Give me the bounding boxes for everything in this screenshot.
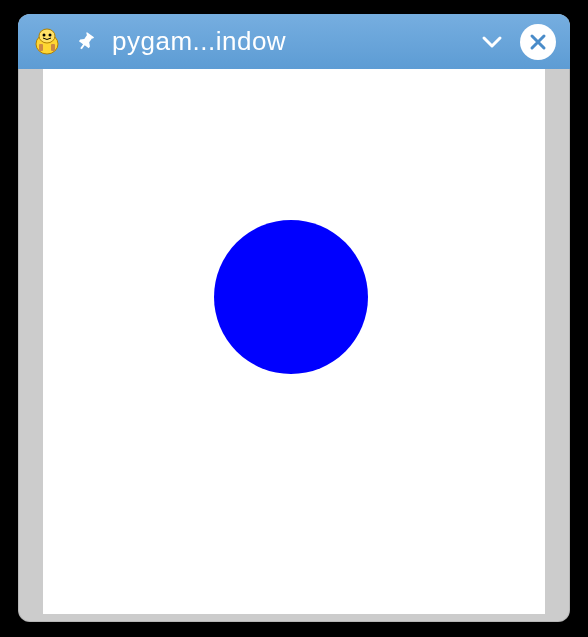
chevron-down-icon[interactable] bbox=[478, 28, 506, 56]
pin-icon[interactable] bbox=[76, 31, 98, 53]
svg-point-3 bbox=[49, 33, 52, 36]
svg-rect-5 bbox=[51, 44, 55, 51]
window-frame: pygam...indow bbox=[18, 14, 570, 622]
titlebar[interactable]: pygam...indow bbox=[18, 14, 570, 69]
close-icon bbox=[528, 32, 548, 52]
canvas-area bbox=[43, 69, 545, 614]
svg-point-1 bbox=[39, 29, 55, 43]
blue-circle bbox=[214, 220, 368, 374]
svg-point-2 bbox=[43, 33, 46, 36]
window-title: pygam...indow bbox=[112, 26, 464, 57]
close-button[interactable] bbox=[520, 24, 556, 60]
pygame-app-icon bbox=[32, 27, 62, 57]
svg-rect-4 bbox=[39, 44, 43, 51]
